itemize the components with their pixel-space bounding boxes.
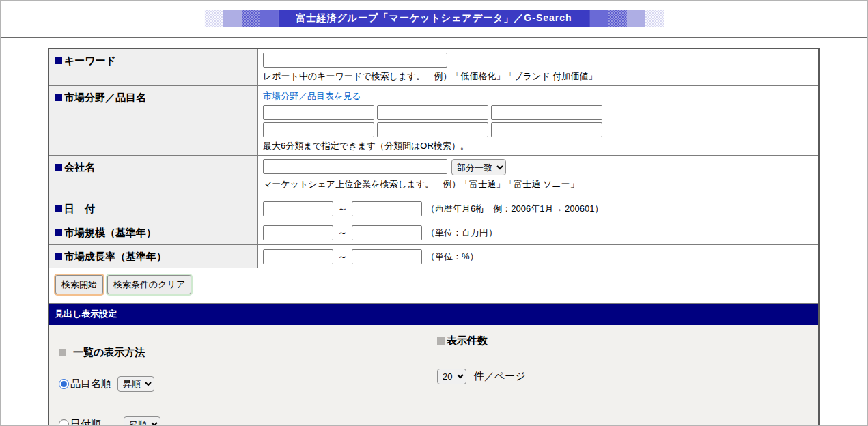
market-size-label: 市場規模（基準年） xyxy=(49,221,258,244)
keyword-label-text: キーワード xyxy=(64,55,116,68)
list-display-column: 一覧の表示方法 品目名順 昇順 日付順 昇順 xyxy=(49,325,429,426)
square-bullet-icon xyxy=(55,57,62,64)
market-field-label-text: 市場分野／品目名 xyxy=(64,91,146,104)
keyword-label: キーワード xyxy=(49,49,258,85)
date-from-input[interactable] xyxy=(263,201,333,216)
banner-gradient-block xyxy=(645,10,664,27)
square-bullet-icon xyxy=(55,164,62,171)
market-field-input-1[interactable] xyxy=(263,105,374,120)
market-size-content: ～ （単位：百万円） xyxy=(258,221,818,244)
market-field-input-5[interactable] xyxy=(377,122,488,137)
company-help: マーケットシェア上位企業を検索します。 例）「富士通」「富士通 ソニー」 xyxy=(263,178,813,190)
square-bullet-icon xyxy=(55,229,62,236)
date-content: ～ （西暦年月6桁 例：2006年1月→ 200601） xyxy=(258,197,818,221)
banner-gradient-block xyxy=(223,10,241,27)
header-divider xyxy=(1,37,867,38)
keyword-help: レポート中のキーワードで検索します。 例）「低価格化」「ブランド 付加価値」 xyxy=(263,70,813,83)
range-separator: ～ xyxy=(337,227,348,240)
market-field-row: 市場分野／品目名 市場分野／品目表を見る 最大6分類まで指定できます（分類間はO… xyxy=(49,86,818,156)
per-page-column: 表示件数 20 件／ページ xyxy=(429,325,526,426)
banner-gradient-block xyxy=(608,10,627,27)
item-name-order-radio[interactable] xyxy=(59,379,69,389)
company-input[interactable] xyxy=(263,159,447,174)
banner-gradient-block xyxy=(241,10,260,27)
company-label-text: 会社名 xyxy=(64,161,95,174)
date-note: （西暦年月6桁 例：2006年1月→ 200601） xyxy=(426,203,603,215)
per-page-heading-text: 表示件数 xyxy=(447,335,488,347)
market-field-input-6[interactable] xyxy=(491,122,602,137)
banner: 富士経済グループ「マーケットシェアデータ」／G-Search xyxy=(204,10,663,27)
date-order-row: 日付順 昇順 xyxy=(59,416,429,426)
growth-rate-min-input[interactable] xyxy=(263,249,333,264)
per-page-heading: 表示件数 xyxy=(437,335,526,347)
market-field-label: 市場分野／品目名 xyxy=(49,86,258,155)
date-to-input[interactable] xyxy=(352,201,422,216)
banner-gradient-block xyxy=(204,10,223,27)
date-label: 日 付 xyxy=(49,197,258,221)
company-label: 会社名 xyxy=(49,156,258,197)
range-separator: ～ xyxy=(337,251,348,264)
company-row: 会社名 部分一致 マーケットシェア上位企業を検索します。 例）「富士通」「富士通… xyxy=(49,156,818,197)
item-name-order-label: 品目名順 xyxy=(70,378,111,390)
square-bullet-icon xyxy=(55,94,62,101)
heading-display-settings-bar: 見出し表示設定 xyxy=(49,304,818,325)
category-input-grid xyxy=(263,105,813,137)
clear-conditions-button[interactable]: 検索条件のクリア xyxy=(107,275,191,294)
banner-gradient-block xyxy=(260,10,278,27)
item-name-order-row: 品目名順 昇順 xyxy=(59,376,429,392)
date-order-select[interactable]: 昇順 xyxy=(124,416,160,426)
per-page-select[interactable]: 20 xyxy=(437,369,466,384)
square-bullet-icon xyxy=(55,253,62,260)
list-display-heading: 一覧の表示方法 xyxy=(59,346,429,359)
search-form-panel: キーワード レポート中のキーワードで検索します。 例）「低価格化」「ブランド 付… xyxy=(48,48,820,426)
item-name-order-select[interactable]: 昇順 xyxy=(117,376,154,392)
growth-rate-note: （単位：%） xyxy=(426,251,479,263)
growth-rate-row: 市場成長率（基準年） ～ （単位：%） xyxy=(49,245,818,268)
date-label-text: 日 付 xyxy=(64,203,95,216)
action-buttons-row: 検索開始 検索条件のクリア xyxy=(49,268,818,304)
growth-rate-label-text: 市場成長率（基準年） xyxy=(64,251,167,264)
date-row: 日 付 ～ （西暦年月6桁 例：2006年1月→ 200601） xyxy=(49,197,818,221)
keyword-content: レポート中のキーワードで検索します。 例）「低価格化」「ブランド 付加価値」 xyxy=(258,49,818,85)
gray-square-bullet-icon xyxy=(59,349,66,356)
market-field-input-3[interactable] xyxy=(491,105,602,120)
per-page-row: 20 件／ページ xyxy=(437,369,526,384)
banner-title: 富士経済グループ「マーケットシェアデータ」／G-Search xyxy=(278,10,589,27)
market-size-note: （単位：百万円） xyxy=(426,227,497,239)
market-size-min-input[interactable] xyxy=(263,225,333,240)
keyword-row: キーワード レポート中のキーワードで検索します。 例）「低価格化」「ブランド 付… xyxy=(49,49,818,86)
keyword-input[interactable] xyxy=(263,53,447,68)
display-settings-section: 一覧の表示方法 品目名順 昇順 日付順 昇順 xyxy=(49,325,818,426)
growth-rate-max-input[interactable] xyxy=(352,249,422,264)
date-order-label: 日付順 xyxy=(70,418,101,426)
market-size-row: 市場規模（基準年） ～ （単位：百万円） xyxy=(49,221,818,245)
gray-square-bullet-icon xyxy=(437,337,445,345)
search-button[interactable]: 検索開始 xyxy=(55,275,103,294)
market-size-label-text: 市場規模（基準年） xyxy=(64,227,156,240)
market-field-input-4[interactable] xyxy=(263,122,374,137)
market-field-input-2[interactable] xyxy=(377,105,488,120)
market-size-max-input[interactable] xyxy=(352,225,422,240)
category-table-link[interactable]: 市場分野／品目表を見る xyxy=(263,90,361,102)
square-bullet-icon xyxy=(55,205,62,212)
banner-gradient-block xyxy=(627,10,645,27)
page: 富士経済グループ「マーケットシェアデータ」／G-Search キーワード レポー… xyxy=(0,0,868,426)
match-type-select[interactable]: 部分一致 xyxy=(451,159,506,175)
growth-rate-label: 市場成長率（基準年） xyxy=(49,245,258,268)
market-field-help: 最大6分類まで指定できます（分類間はOR検索）。 xyxy=(263,140,813,152)
per-page-suffix: 件／ページ xyxy=(474,370,526,383)
date-order-radio[interactable] xyxy=(59,419,69,426)
banner-gradient-block xyxy=(590,10,608,27)
range-separator: ～ xyxy=(337,203,348,216)
company-content: 部分一致 マーケットシェア上位企業を検索します。 例）「富士通」「富士通 ソニー… xyxy=(258,156,818,197)
list-display-heading-text: 一覧の表示方法 xyxy=(73,346,145,359)
market-field-content: 市場分野／品目表を見る 最大6分類まで指定できます（分類間はOR検索）。 xyxy=(258,86,818,155)
growth-rate-content: ～ （単位：%） xyxy=(258,245,818,268)
